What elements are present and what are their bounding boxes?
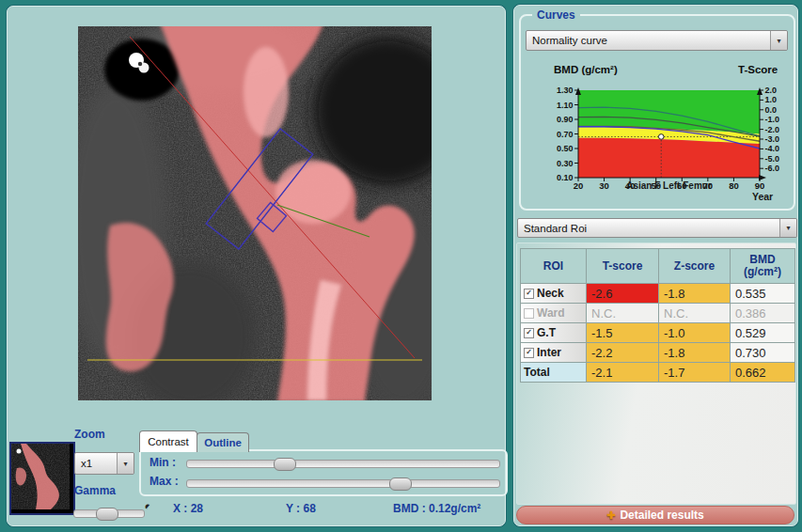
svg-text:0.10: 0.10 [557, 173, 574, 182]
svg-text:-4.0: -4.0 [765, 144, 780, 153]
svg-text:90: 90 [755, 180, 765, 191]
image-panel: Zoom x1 ▾ Gamma Contrast Outline Min : M… [7, 6, 506, 526]
svg-text:2.0: 2.0 [765, 86, 778, 95]
roi-table-header: T-score [587, 249, 659, 284]
detailed-results-label: Detailed results [620, 509, 703, 522]
svg-text:80: 80 [729, 180, 739, 191]
roi-checkbox[interactable] [524, 308, 534, 319]
t-score-cell: N.C. [587, 304, 659, 323]
curve-type-select[interactable]: Normality curve ▾ [526, 30, 788, 51]
roi-mode-select[interactable]: Standard Roi ▾ [517, 218, 797, 238]
cursor-x-value: X : 28 [173, 502, 203, 515]
tab-contrast-label: Contrast [148, 436, 188, 447]
roi-checkbox[interactable]: ✓ [524, 289, 534, 299]
application-window: Zoom x1 ▾ Gamma Contrast Outline Min : M… [0, 0, 802, 532]
svg-text:0.30: 0.30 [557, 159, 574, 168]
detailed-results-button[interactable]: ✚ Detailed results [516, 506, 794, 524]
chevron-down-icon[interactable]: ▾ [117, 453, 134, 474]
max-label: Max : [149, 475, 179, 488]
t-score-cell: -1.5 [587, 323, 659, 343]
roi-table: ROIT-scoreZ-scoreBMD(g/cm²)✓Neck-2.6-1.8… [520, 248, 795, 383]
z-score-cell: -1.8 [659, 343, 731, 363]
z-score-cell: N.C. [659, 304, 731, 323]
gamma-slider-thumb[interactable] [96, 508, 118, 521]
roi-row-label: ✓G.T [521, 323, 587, 343]
svg-text:-5.0: -5.0 [765, 154, 780, 164]
bmd-cell: 0.535 [731, 284, 795, 304]
svg-text:1.0: 1.0 [765, 95, 778, 104]
svg-text:0.70: 0.70 [557, 130, 574, 139]
roi-row-label: Total [521, 363, 587, 383]
svg-text:1.30: 1.30 [557, 86, 574, 95]
results-box: ROIT-scoreZ-scoreBMD(g/cm²)✓Neck-2.6-1.8… [516, 243, 796, 505]
zoom-value: x1 [75, 458, 117, 469]
tab-contrast[interactable]: Contrast [139, 430, 197, 452]
gamma-slider[interactable] [73, 509, 145, 518]
svg-text:0.0: 0.0 [765, 105, 778, 115]
cursor-y-value: Y : 68 [286, 502, 316, 515]
svg-text:30: 30 [599, 180, 609, 191]
bmd-axis-title: BMD (g/cm²) [554, 64, 618, 75]
normality-chart: 1.301.100.900.700.500.300.102.01.00.0-1.… [521, 77, 792, 205]
scan-thumbnail[interactable] [9, 442, 75, 515]
svg-text:-1.0: -1.0 [765, 115, 780, 124]
t-score-cell: -2.2 [587, 343, 659, 363]
max-slider[interactable] [186, 479, 500, 488]
curves-group-label: Curves [532, 8, 580, 22]
tscore-axis-title: T-Score [738, 64, 778, 75]
roi-checkbox[interactable]: ✓ [524, 348, 534, 358]
thumbnail-image [11, 444, 70, 509]
bmd-cell: 0.662 [731, 363, 795, 383]
bmd-cell: 0.386 [731, 304, 795, 323]
roi-table-header: BMD(g/cm²) [731, 249, 795, 284]
scan-image[interactable] [78, 26, 432, 400]
roi-row-label: Ward [521, 304, 587, 323]
probe-icon: ◐ [141, 498, 156, 514]
gamma-label: Gamma [74, 484, 116, 497]
svg-text:-3.0: -3.0 [765, 134, 780, 144]
tab-outline-label: Outline [204, 437, 242, 448]
z-score-cell: -1.8 [659, 284, 731, 304]
curve-type-value: Normality curve [527, 35, 770, 46]
svg-text:0.90: 0.90 [557, 115, 574, 124]
svg-text:Year: Year [752, 191, 773, 202]
max-slider-thumb[interactable] [389, 477, 412, 491]
min-label: Min : [149, 456, 176, 469]
roi-table-header: Z-score [659, 249, 731, 284]
chevron-down-icon[interactable]: ▾ [779, 219, 796, 237]
t-score-cell: -2.1 [587, 363, 659, 383]
roi-row-label: ✓Neck [521, 284, 587, 304]
roi-checkbox[interactable]: ✓ [524, 328, 534, 338]
min-slider-thumb[interactable] [274, 458, 296, 471]
svg-text:Asian F Left Femur: Asian F Left Femur [626, 180, 712, 191]
roi-row-label: ✓Inter [521, 343, 587, 363]
tab-outline[interactable]: Outline [197, 432, 249, 452]
z-score-cell: -1.0 [659, 323, 731, 343]
roi-mode-value: Standard Roi [518, 223, 779, 234]
min-slider[interactable] [186, 460, 500, 468]
contrast-groupbox: Min : Max : [139, 449, 508, 496]
chevron-down-icon[interactable]: ▾ [770, 31, 787, 50]
cursor-bmd-value: BMD : 0.12g/cm² [393, 502, 480, 515]
zoom-select[interactable]: x1 ▾ [74, 452, 134, 475]
svg-text:-6.0: -6.0 [765, 164, 780, 173]
t-score-cell: -2.6 [587, 284, 659, 304]
svg-text:0.50: 0.50 [557, 144, 574, 153]
results-panel: Curves Normality curve ▾ BMD (g/cm²) T-S… [513, 5, 798, 526]
zoom-label: Zoom [74, 428, 105, 441]
bmd-cell: 0.730 [731, 343, 795, 363]
bmd-cell: 0.529 [731, 323, 795, 343]
svg-text:1.10: 1.10 [557, 101, 574, 110]
svg-text:20: 20 [574, 180, 584, 191]
roi-table-header: ROI [521, 249, 587, 284]
svg-text:-2.0: -2.0 [765, 125, 780, 134]
plus-icon: ✚ [606, 509, 615, 522]
z-score-cell: -1.7 [659, 363, 731, 383]
